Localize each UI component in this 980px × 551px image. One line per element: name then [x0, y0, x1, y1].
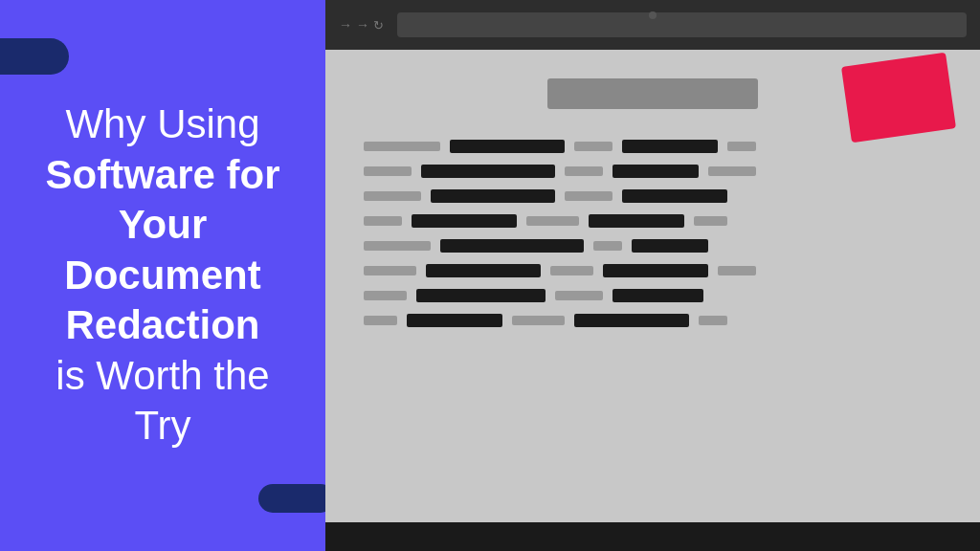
table-row: [364, 186, 942, 207]
forward-icon[interactable]: →: [356, 17, 369, 33]
browser-controls: ← → ↻: [339, 17, 384, 33]
text-line-gray: [708, 166, 756, 176]
text-line-gray: [565, 191, 612, 201]
table-row: [364, 310, 942, 331]
red-accent-shape: [841, 53, 956, 143]
table-row: [364, 210, 942, 231]
redaction-bar: [407, 314, 502, 327]
browser-bottom-bar: [325, 522, 980, 551]
text-line-gray: [699, 316, 727, 325]
text-line-gray: [550, 266, 593, 276]
text-line-gray: [364, 191, 421, 201]
document-lines: [364, 136, 942, 335]
text-line-gray: [565, 166, 603, 176]
browser-bar: ← → ↻: [325, 0, 980, 50]
redaction-bar: [622, 140, 718, 153]
text-line-gray: [364, 216, 402, 226]
text-line-gray: [526, 216, 579, 226]
text-line-gray: [574, 142, 612, 151]
redaction-bar: [421, 165, 555, 178]
redaction-bar: [622, 189, 727, 203]
document-header-bar: [547, 78, 758, 109]
redaction-bar: [603, 264, 708, 277]
top-decorative-pill: [0, 38, 69, 75]
redaction-bar: [431, 189, 555, 203]
text-line-gray: [364, 291, 407, 300]
title-line6: is Worth the: [56, 353, 269, 398]
redaction-bar: [440, 239, 584, 253]
text-line-gray: [593, 241, 622, 251]
back-icon[interactable]: ←: [339, 17, 352, 33]
text-line-gray: [364, 166, 412, 176]
redaction-bar: [632, 239, 708, 253]
redaction-bar: [612, 289, 703, 302]
main-title: Why Using Software for Your Document Red…: [45, 99, 279, 452]
bottom-decorative-pill: [258, 484, 335, 513]
redaction-bar: [612, 165, 699, 178]
text-line-gray: [694, 216, 727, 226]
text-line-gray: [512, 316, 565, 325]
camera-dot: [649, 11, 657, 19]
redaction-bar: [450, 140, 565, 153]
table-row: [364, 285, 942, 306]
text-line-gray: [727, 142, 756, 151]
text-line-gray: [364, 241, 431, 251]
redaction-bar: [589, 214, 684, 228]
title-line2: Software for: [45, 152, 279, 197]
table-row: [364, 161, 942, 182]
right-panel: ← → ↻: [325, 0, 980, 551]
text-line-gray: [718, 266, 756, 276]
text-line-gray: [555, 291, 603, 300]
redaction-bar: [412, 214, 517, 228]
title-line5: Redaction: [65, 302, 259, 347]
title-line1: Why Using: [65, 101, 259, 146]
redaction-bar: [574, 314, 689, 327]
text-line-gray: [364, 142, 440, 151]
title-line3: Your: [119, 202, 208, 247]
text-line-gray: [364, 316, 397, 325]
title-line4: Document: [64, 253, 260, 298]
address-bar[interactable]: [397, 12, 967, 37]
title-line7: Try: [134, 403, 190, 448]
table-row: [364, 235, 942, 256]
text-line-gray: [364, 266, 416, 276]
redaction-bar: [416, 289, 546, 302]
reload-icon[interactable]: ↻: [373, 18, 384, 33]
table-row: [364, 260, 942, 281]
redaction-bar: [426, 264, 541, 277]
document-area: [325, 50, 980, 522]
left-panel: Why Using Software for Your Document Red…: [0, 0, 325, 551]
